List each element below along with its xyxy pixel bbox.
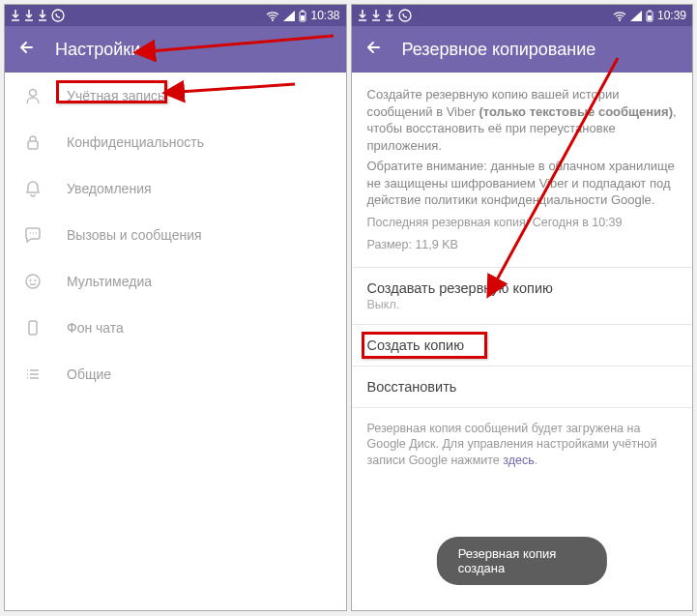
signal-icon (283, 11, 295, 21)
phone-shape-icon (22, 318, 44, 337)
menu-privacy[interactable]: Конфиденциальность (5, 119, 346, 165)
svg-point-5 (30, 90, 37, 97)
menu-general[interactable]: Общие (5, 351, 346, 397)
download-icon (38, 10, 47, 21)
svg-point-0 (52, 10, 64, 21)
section-title: Восстановить (367, 379, 678, 395)
viber-icon (51, 9, 65, 22)
svg-rect-3 (302, 10, 305, 12)
battery-icon (646, 10, 653, 22)
footer-text: . (535, 454, 537, 467)
svg-rect-16 (648, 10, 651, 12)
phone-left: 10:38 Настройки Учётная запись Конфиденц… (4, 4, 347, 611)
wifi-icon (613, 11, 626, 21)
back-icon[interactable] (365, 39, 383, 61)
svg-point-13 (399, 10, 411, 21)
section-title: Создать копию (367, 337, 678, 353)
section-restore[interactable]: Восстановить (352, 366, 693, 407)
clock: 10:39 (657, 9, 686, 22)
person-icon (22, 86, 44, 105)
label: Вызовы и сообщения (67, 227, 202, 243)
settings-list: Учётная запись Конфиденциальность Уведом… (5, 73, 346, 610)
svg-rect-17 (648, 15, 652, 20)
footer-link[interactable]: здесь (503, 454, 534, 467)
viber-icon (398, 9, 412, 22)
section-value: Выкл. (367, 298, 678, 311)
menu-calls[interactable]: Вызовы и сообщения (5, 212, 346, 258)
download-icon (11, 10, 20, 21)
label: Фон чата (67, 320, 124, 336)
back-icon[interactable] (18, 39, 36, 61)
clock: 10:38 (310, 9, 339, 22)
svg-rect-6 (28, 141, 38, 149)
download-icon (24, 10, 34, 21)
section-title: Создавать резервную копию (367, 280, 678, 296)
face-icon (22, 272, 44, 291)
svg-point-1 (272, 19, 274, 21)
description: Создайте резервную копию вашей истории с… (352, 73, 693, 267)
svg-rect-10 (29, 321, 37, 335)
desc-bold: (только текстовые сообщения) (479, 104, 673, 119)
backup-content: Создайте резервную копию вашей истории с… (352, 73, 693, 610)
label: Общие (67, 367, 111, 382)
menu-notifications[interactable]: Уведомления (5, 165, 346, 212)
titlebar: Резервное копирование (352, 26, 693, 73)
signal-icon (630, 11, 642, 21)
label: Мультимедиа (67, 274, 152, 289)
svg-point-7 (26, 275, 40, 288)
svg-point-14 (619, 19, 621, 21)
download-icon (358, 10, 367, 21)
lock-icon (22, 132, 44, 152)
menu-background[interactable]: Фон чата (5, 305, 346, 351)
chat-icon (22, 225, 44, 245)
download-icon (371, 10, 381, 21)
list-icon (22, 365, 44, 384)
last-backup: Последняя резервная копия: Сегодня в 10:… (367, 215, 678, 231)
section-auto-backup[interactable]: Создавать резервную копию Выкл. (352, 267, 693, 324)
status-bar: 10:39 (352, 5, 693, 26)
menu-account[interactable]: Учётная запись (5, 73, 346, 119)
battery-icon (299, 10, 306, 22)
title: Резервное копирование (402, 40, 596, 60)
footer-note: Резервная копия сообщений будет загружен… (352, 407, 693, 483)
wifi-icon (266, 11, 279, 21)
svg-point-9 (35, 279, 36, 280)
status-bar: 10:38 (5, 5, 346, 26)
titlebar: Настройки (5, 26, 346, 73)
phone-right: 10:39 Резервное копирование Создайте рез… (351, 4, 694, 611)
svg-rect-4 (301, 15, 305, 20)
svg-point-8 (30, 279, 31, 280)
backup-size: Размер: 11,9 KB (367, 237, 678, 253)
menu-media[interactable]: Мультимедиа (5, 258, 346, 305)
download-icon (385, 10, 394, 21)
section-create-backup[interactable]: Создать копию (352, 324, 693, 366)
title: Настройки (55, 40, 140, 60)
desc-text: Обратите внимание: данные в облачном хра… (367, 158, 678, 209)
label: Учётная запись (67, 88, 164, 103)
label: Конфиденциальность (67, 134, 204, 150)
bell-icon (22, 179, 44, 198)
toast-backup-created: Резервная копия создана (437, 537, 607, 585)
label: Уведомления (67, 181, 152, 196)
